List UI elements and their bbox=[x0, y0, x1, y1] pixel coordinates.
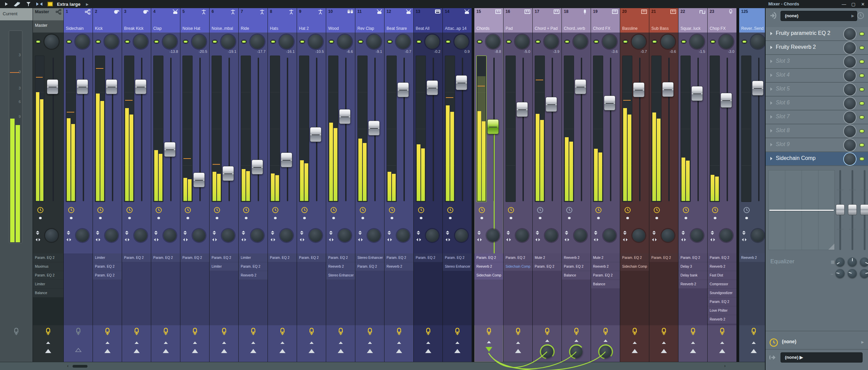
strip-header[interactable]: 5Noise Hat bbox=[180, 8, 209, 33]
route-up-arrow[interactable] bbox=[604, 340, 608, 342]
plugin-slot[interactable]: Limiter bbox=[210, 262, 238, 271]
leftright-arrows-icon[interactable] bbox=[35, 237, 41, 243]
solo-dot[interactable] bbox=[332, 217, 335, 219]
solo-dot[interactable] bbox=[157, 217, 160, 219]
plugin-slot[interactable]: Stereo Enhancer bbox=[355, 253, 384, 262]
updown-arrows-icon[interactable] bbox=[299, 230, 304, 237]
fader-handle[interactable] bbox=[47, 79, 58, 94]
swing-clock-icon[interactable] bbox=[447, 207, 454, 213]
updown-arrows-icon[interactable] bbox=[681, 230, 686, 237]
mute-led[interactable] bbox=[300, 40, 305, 43]
stereo-sep-knob[interactable] bbox=[516, 229, 529, 242]
mixer-strip-19[interactable]: 19Chord FX-3.6Mute 2Reeverb 2Param. EQ 2… bbox=[591, 8, 620, 362]
send-level-knob[interactable] bbox=[598, 344, 613, 359]
swing-clock-icon[interactable] bbox=[389, 207, 395, 213]
updown-arrows-icon[interactable] bbox=[212, 230, 217, 237]
fx-plug-icon[interactable] bbox=[151, 327, 180, 337]
solo-dot[interactable] bbox=[274, 217, 277, 219]
fader-handle[interactable] bbox=[546, 97, 557, 112]
leftright-arrows-icon[interactable] bbox=[681, 237, 686, 243]
strip-header[interactable]: 8Hats bbox=[268, 8, 297, 33]
fader-handle[interactable] bbox=[662, 82, 674, 97]
mute-led[interactable] bbox=[358, 40, 363, 43]
route-big-up-arrow[interactable] bbox=[661, 349, 667, 353]
leftright-arrows-icon[interactable] bbox=[416, 237, 421, 243]
pan-knob[interactable] bbox=[44, 35, 59, 49]
fx-plug-icon[interactable] bbox=[210, 327, 238, 337]
fx-plug-icon[interactable] bbox=[620, 327, 649, 337]
fx-plug-icon[interactable] bbox=[474, 327, 503, 337]
swing-clock-icon[interactable] bbox=[418, 207, 425, 213]
fader-handle[interactable] bbox=[310, 127, 321, 142]
plugin-slot[interactable]: Limiter bbox=[33, 280, 63, 289]
solo-dot[interactable] bbox=[539, 217, 541, 219]
swing-clock-icon[interactable] bbox=[214, 207, 220, 213]
mute-led[interactable] bbox=[710, 40, 715, 43]
fx-plug-icon[interactable] bbox=[180, 327, 209, 337]
mixer-strip-9[interactable]: 9Hat 2-10.5Param. EQ 2 bbox=[297, 8, 326, 362]
route-up-arrow[interactable] bbox=[397, 342, 401, 344]
fader-handle[interactable] bbox=[339, 109, 351, 124]
stereo-sep-knob[interactable] bbox=[720, 229, 733, 242]
effect-slot-5[interactable]: Slot 5 bbox=[766, 83, 868, 97]
plugin-slot[interactable]: Param. EQ 2 bbox=[326, 253, 355, 262]
route-big-up-arrow[interactable] bbox=[45, 349, 51, 353]
solo-dot[interactable] bbox=[99, 217, 102, 219]
route-up-arrow[interactable] bbox=[46, 342, 50, 344]
solo-dot[interactable] bbox=[626, 217, 629, 219]
fader-handle[interactable] bbox=[427, 80, 438, 95]
time-source-row[interactable]: (none) ▶ bbox=[766, 335, 868, 350]
fader-track[interactable] bbox=[345, 58, 347, 201]
stereo-sep-knob[interactable] bbox=[134, 229, 147, 242]
plugin-slot[interactable]: Balance bbox=[591, 280, 620, 289]
updown-arrows-icon[interactable] bbox=[358, 230, 362, 237]
route-big-up-arrow[interactable] bbox=[309, 349, 315, 353]
swing-clock-icon[interactable] bbox=[712, 207, 718, 213]
eq-band-slider-mid[interactable] bbox=[848, 170, 856, 250]
route-up-arrow[interactable] bbox=[574, 340, 578, 342]
strip-header[interactable]: 6Noise..mbal bbox=[210, 8, 238, 33]
mixer-strip-2[interactable]: 2KickLimiterParam. EQ 2Param. EQ 2 bbox=[93, 8, 122, 362]
plugin-slot[interactable]: Limiter bbox=[93, 253, 122, 262]
sidechain-source-arrow[interactable] bbox=[486, 347, 492, 352]
plugin-slot[interactable]: Fast Dist bbox=[708, 271, 736, 280]
updown-arrows-icon[interactable] bbox=[593, 230, 598, 237]
solo-dot[interactable] bbox=[216, 217, 218, 219]
eq-display[interactable] bbox=[768, 170, 835, 250]
fx-plug-icon[interactable] bbox=[122, 327, 151, 337]
fader-handle[interactable] bbox=[752, 81, 764, 96]
effect-slot-10[interactable]: Sidechain Comp bbox=[766, 152, 868, 166]
plugin-slot[interactable]: Reeverb 2 bbox=[708, 315, 736, 324]
fx-plug-icon[interactable] bbox=[33, 327, 63, 337]
slot-mix-knob[interactable] bbox=[844, 28, 856, 40]
stereo-sep-knob[interactable] bbox=[545, 229, 558, 242]
mixer-strip-6[interactable]: 6Noise..mbal-19.1Param. EQ 2Limiter bbox=[210, 8, 238, 362]
fader-track[interactable] bbox=[727, 58, 728, 201]
fader-track[interactable] bbox=[697, 58, 699, 201]
mixer-strip-10[interactable]: 10Wood-6.6Param. EQ 2Reeverb 2Stereo Enh… bbox=[326, 8, 355, 362]
plugin-slot[interactable]: Param. EQ 2 bbox=[297, 253, 326, 262]
stereo-sep-knob[interactable] bbox=[280, 229, 293, 242]
updown-arrows-icon[interactable] bbox=[506, 230, 511, 237]
leftright-arrows-icon[interactable] bbox=[387, 237, 392, 243]
stereo-sep-knob[interactable] bbox=[751, 229, 764, 242]
fx-plug-icon[interactable] bbox=[355, 327, 384, 337]
mute-led[interactable] bbox=[212, 40, 217, 43]
mute-led[interactable] bbox=[477, 40, 482, 43]
fader-handle[interactable] bbox=[193, 172, 205, 187]
route-up-arrow[interactable] bbox=[662, 342, 666, 344]
fx-plug-icon[interactable] bbox=[739, 327, 768, 337]
strip-header[interactable]: 10Wood bbox=[326, 8, 355, 33]
leftright-arrows-icon[interactable] bbox=[445, 237, 451, 243]
updown-arrows-icon[interactable] bbox=[241, 230, 246, 237]
plugin-slot[interactable]: Param. EQ 2 bbox=[708, 297, 736, 306]
eq-band-slider-low[interactable] bbox=[836, 170, 844, 250]
updown-arrows-icon[interactable] bbox=[652, 230, 656, 237]
mixer-strip-21[interactable]: 21Sub Bass-0.6Param. EQ 2 bbox=[649, 8, 678, 362]
effect-slot-9[interactable]: Slot 9 bbox=[766, 138, 868, 152]
pan-knob[interactable] bbox=[719, 35, 733, 49]
slot-mix-knob[interactable] bbox=[844, 42, 856, 54]
route-big-up-arrow[interactable] bbox=[163, 349, 169, 353]
plugin-slot[interactable]: Param. EQ 2 bbox=[620, 253, 649, 262]
plugin-slot[interactable]: Balance bbox=[562, 271, 591, 280]
